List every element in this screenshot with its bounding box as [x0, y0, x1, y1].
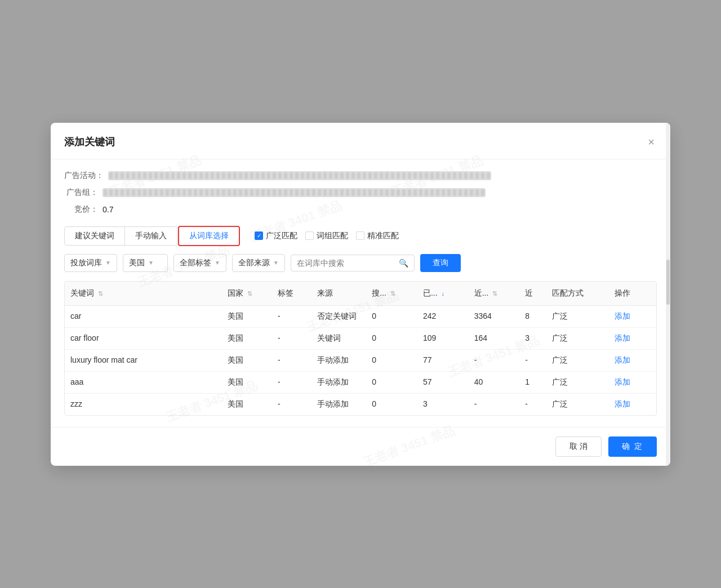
cell-source-0: 否定关键词 [311, 305, 367, 327]
match-phrase[interactable]: 词组匹配 [305, 231, 348, 241]
filter-country-arrow: ▼ [148, 260, 154, 266]
cell-match-4: 广泛 [546, 393, 609, 415]
filter-library[interactable]: 投放词库 ▼ [64, 254, 117, 272]
search-input[interactable] [297, 259, 395, 268]
filter-source-arrow: ▼ [273, 260, 279, 266]
cell-recent-4: - [469, 393, 520, 415]
cell-keyword-4: zzz [65, 393, 222, 415]
filter-source[interactable]: 全部来源 ▼ [232, 254, 285, 272]
col-header-recent: 近... ⇅ [469, 282, 520, 306]
tab-library[interactable]: 从词库选择 [178, 226, 240, 246]
cell-country-2: 美国 [222, 349, 272, 371]
match-exact-checkbox[interactable] [356, 231, 364, 240]
col-header-extra: 近 [519, 282, 546, 306]
add-link-4[interactable]: 添加 [615, 399, 630, 408]
close-button[interactable]: × [646, 134, 657, 150]
filter-country-label: 美国 [129, 258, 145, 268]
cell-keyword-2: luxury floor mat car [65, 349, 222, 371]
match-broad-label: 广泛匹配 [266, 231, 297, 241]
cell-keyword-3: aaa [65, 371, 222, 393]
cell-recent-3: 40 [469, 371, 520, 393]
cell-source-4: 手动添加 [311, 393, 367, 415]
cell-tag-0: - [272, 305, 311, 327]
cell-recent-2: - [469, 349, 520, 371]
col-header-added: 已... ↓ [417, 282, 469, 306]
cell-match-2: 广泛 [546, 349, 609, 371]
filter-tag[interactable]: 全部标签 ▼ [173, 254, 226, 272]
match-phrase-checkbox[interactable] [305, 231, 314, 240]
cell-country-4: 美国 [222, 393, 272, 415]
sort-added-icon[interactable]: ↓ [442, 290, 445, 297]
sort-country-icon[interactable]: ⇅ [247, 290, 252, 297]
col-header-action: 操作 [609, 282, 656, 306]
add-link-1[interactable]: 添加 [615, 333, 630, 342]
col-header-tag: 标签 [272, 282, 311, 306]
cell-search-1: 0 [366, 327, 417, 349]
table-row: car floor 美国 - 关键词 0 109 164 3 广泛 添加 [65, 327, 656, 349]
cell-extra-2: - [519, 349, 546, 371]
add-link-3[interactable]: 添加 [615, 377, 630, 386]
cell-tag-2: - [272, 349, 311, 371]
confirm-button[interactable]: 确 定 [608, 436, 657, 457]
match-exact[interactable]: 精准匹配 [356, 231, 399, 241]
adgroup-label: 广告组： [64, 188, 98, 198]
col-header-match: 匹配方式 [546, 282, 609, 306]
sort-search-icon[interactable]: ⇅ [390, 290, 395, 297]
cell-recent-0: 3364 [469, 305, 520, 327]
cell-action-4: 添加 [609, 393, 656, 415]
match-broad[interactable]: 广泛匹配 [255, 231, 297, 241]
search-icon: 🔍 [399, 259, 408, 268]
cell-added-1: 109 [417, 327, 469, 349]
sort-keyword-icon[interactable]: ⇅ [98, 290, 103, 297]
add-link-2[interactable]: 添加 [615, 355, 630, 364]
cell-tag-4: - [272, 393, 311, 415]
table-container: 关键词 ⇅ 国家 ⇅ 标签 来源 [64, 281, 657, 416]
cell-action-0: 添加 [609, 305, 656, 327]
sort-recent-icon[interactable]: ⇅ [492, 290, 497, 297]
cancel-button[interactable]: 取 消 [555, 436, 602, 457]
scrollbar[interactable] [666, 123, 670, 466]
cell-added-4: 3 [417, 393, 469, 415]
table-row: zzz 美国 - 手动添加 0 3 - - 广泛 添加 [65, 393, 656, 415]
cell-added-3: 57 [417, 371, 469, 393]
cell-keyword-1: car floor [65, 327, 222, 349]
filter-tag-label: 全部标签 [180, 258, 211, 268]
cell-extra-4: - [519, 393, 546, 415]
filter-source-label: 全部来源 [238, 258, 270, 268]
table-row: luxury floor mat car 美国 - 手动添加 0 77 - - … [65, 349, 656, 371]
cell-extra-0: 8 [519, 305, 546, 327]
query-button[interactable]: 查询 [420, 254, 461, 272]
bid-value: 0.7 [103, 205, 113, 214]
bid-row: 竞价： 0.7 [64, 204, 657, 215]
adgroup-row: 广告组： [64, 188, 657, 198]
dialog-backdrop: 王老者 3451 禁品 王老者 3401 禁品 王老者 3401 禁品 王老者 … [0, 0, 721, 588]
bid-label: 竞价： [64, 204, 98, 215]
dialog-body: 广告活动： 广告组： 竞价： 0.7 建议关键词 手动输入 从词库选择 [51, 159, 670, 427]
cell-action-3: 添加 [609, 371, 656, 393]
col-header-source: 来源 [311, 282, 367, 306]
filter-row: 投放词库 ▼ 美国 ▼ 全部标签 ▼ 全部来源 ▼ 🔍 [64, 254, 657, 272]
match-broad-checkbox[interactable] [255, 231, 263, 240]
dialog-footer: 取 消 确 定 [51, 427, 670, 466]
filter-library-arrow: ▼ [105, 260, 111, 266]
dialog: 王老者 3451 禁品 王老者 3401 禁品 王老者 3401 禁品 王老者 … [51, 123, 670, 466]
add-link-0[interactable]: 添加 [615, 311, 630, 320]
tab-manual[interactable]: 手动输入 [124, 226, 177, 246]
cell-source-1: 关键词 [311, 327, 367, 349]
cell-match-3: 广泛 [546, 371, 609, 393]
table-header-row: 关键词 ⇅ 国家 ⇅ 标签 来源 [65, 282, 656, 306]
scrollbar-thumb [666, 260, 670, 305]
filter-country[interactable]: 美国 ▼ [123, 254, 168, 272]
dialog-title: 添加关键词 [64, 135, 115, 149]
tab-suggest[interactable]: 建议关键词 [64, 226, 125, 246]
table-row: aaa 美国 - 手动添加 0 57 40 1 广泛 添加 [65, 371, 656, 393]
adgroup-value-bar [103, 188, 486, 197]
cell-country-3: 美国 [222, 371, 272, 393]
cell-action-1: 添加 [609, 327, 656, 349]
cell-added-0: 242 [417, 305, 469, 327]
cell-source-2: 手动添加 [311, 349, 367, 371]
col-header-search: 搜... ⇅ [366, 282, 417, 306]
cell-added-2: 77 [417, 349, 469, 371]
filter-library-label: 投放词库 [70, 258, 102, 268]
campaign-value-bar [108, 171, 491, 180]
